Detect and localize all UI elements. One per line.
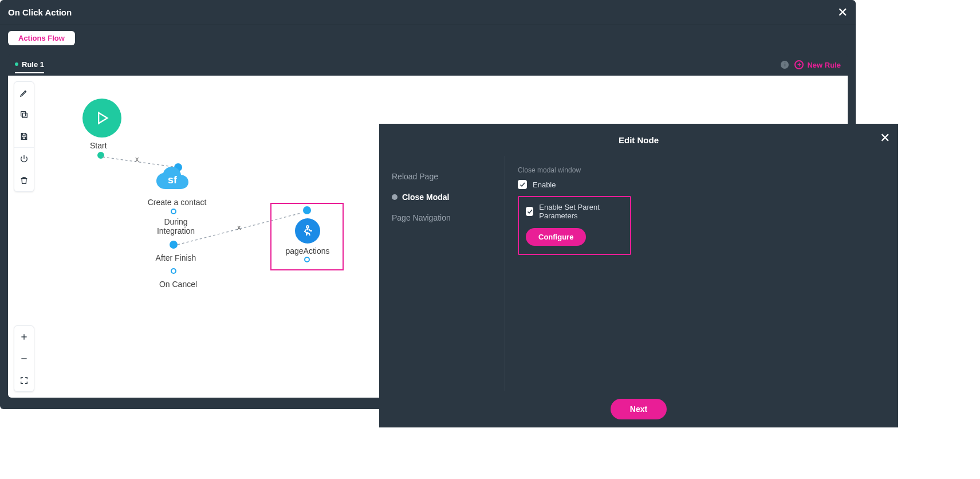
section-title: Close modal window — [518, 166, 885, 174]
port-after-out[interactable] — [170, 241, 178, 249]
sidebar-item-close-modal[interactable]: Close Modal — [379, 187, 505, 207]
zoom-in-icon[interactable] — [14, 326, 34, 348]
tab-actions-flow[interactable]: Actions Flow — [8, 31, 75, 45]
mode-tabs: Actions Flow — [0, 25, 856, 50]
rule-bar-right: i + New Rule — [781, 60, 841, 69]
new-rule-button[interactable]: + New Rule — [794, 60, 841, 69]
new-rule-label: New Rule — [807, 61, 841, 69]
checkbox-enable[interactable] — [518, 180, 527, 189]
port-pageactions-out[interactable] — [304, 257, 310, 262]
zoom-controls — [14, 325, 34, 392]
canvas-toolbox — [14, 81, 34, 192]
node-pageactions[interactable] — [295, 218, 320, 244]
port-cancel-out[interactable] — [171, 268, 176, 274]
trash-icon[interactable] — [14, 170, 34, 191]
rule-active-dot — [15, 62, 18, 66]
label-after-finish: After Finish — [150, 253, 202, 262]
edit-node-content: Close modal window Enable Enable Set Par… — [505, 156, 898, 391]
zoom-out-icon[interactable] — [14, 348, 34, 370]
port-pageactions-in[interactable] — [303, 206, 311, 214]
node-create-contact-label: Create a contact — [143, 198, 211, 207]
svg-point-9 — [306, 226, 309, 228]
svg-rect-0 — [22, 113, 27, 117]
close-icon[interactable]: ✕ — [880, 131, 890, 146]
node-start-label: Start — [90, 141, 107, 150]
sidebar-label-reload: Reload Page — [392, 172, 438, 181]
svg-rect-1 — [21, 112, 26, 116]
label-on-cancel: On Cancel — [152, 280, 204, 289]
node-pageactions-label: pageActions — [282, 246, 333, 256]
next-button[interactable]: Next — [611, 399, 667, 419]
save-icon[interactable] — [14, 125, 34, 147]
pencil-icon[interactable] — [14, 82, 34, 104]
sidebar-label-close-modal: Close Modal — [402, 193, 449, 202]
info-icon[interactable]: i — [781, 61, 789, 69]
fullscreen-icon[interactable] — [14, 370, 34, 391]
label-during-integration: During Integration — [150, 217, 202, 235]
checkbox-enable-row[interactable]: Enable — [518, 180, 885, 189]
highlighted-parent-params: Enable Set Parent Parameters Configure — [518, 196, 631, 255]
sidebar-label-page-nav: Page Navigation — [392, 213, 451, 222]
connector-delete-icon[interactable]: x — [135, 155, 139, 163]
node-create-contact[interactable]: sf — [154, 166, 186, 191]
copy-icon[interactable] — [14, 104, 34, 125]
edit-node-sidebar: Reload Page Close Modal Page Navigation — [379, 156, 505, 391]
radio-on-icon — [392, 194, 397, 200]
checkbox-enable-label: Enable — [533, 180, 556, 189]
node-start[interactable] — [82, 99, 121, 138]
rule-tab-1[interactable]: Rule 1 — [15, 60, 44, 73]
panel-header: On Click Action ✕ — [0, 0, 856, 25]
rule-tab-label: Rule 1 — [22, 60, 44, 69]
close-icon[interactable]: ✕ — [837, 5, 848, 20]
svg-rect-2 — [22, 137, 25, 139]
edit-node-panel: Edit Node ✕ Reload Page Close Modal Page… — [379, 124, 898, 427]
power-icon[interactable] — [14, 148, 34, 170]
rule-bar: Rule 1 i + New Rule — [8, 54, 848, 76]
checkbox-parent-params[interactable] — [526, 207, 533, 216]
edit-node-header: Edit Node ✕ — [379, 124, 898, 156]
connector-delete-icon-2[interactable]: x — [237, 223, 241, 231]
sf-text: sf — [168, 174, 178, 186]
edit-node-footer: Next — [379, 391, 898, 427]
sidebar-item-reload-page[interactable]: Reload Page — [379, 166, 505, 187]
svg-marker-6 — [99, 113, 107, 124]
edit-node-title: Edit Node — [619, 135, 659, 145]
port-during-out[interactable] — [171, 209, 176, 214]
configure-button[interactable]: Configure — [526, 228, 586, 246]
port-start-out[interactable] — [97, 152, 104, 159]
checkbox-parent-label: Enable Set Parent Parameters — [539, 203, 623, 220]
checkbox-parent-row[interactable]: Enable Set Parent Parameters — [526, 203, 623, 220]
plus-circle-icon: + — [794, 60, 804, 69]
panel-title: On Click Action — [8, 7, 72, 17]
sidebar-item-page-navigation[interactable]: Page Navigation — [379, 207, 505, 228]
